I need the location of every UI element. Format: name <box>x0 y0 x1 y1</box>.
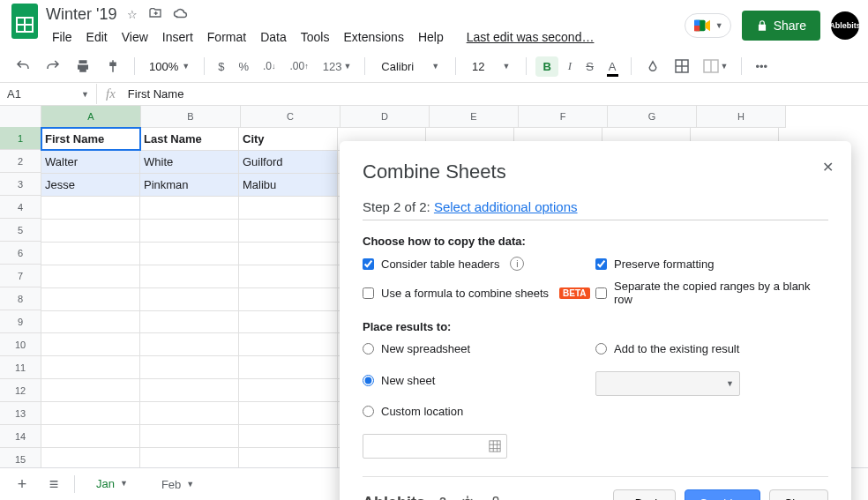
cell[interactable] <box>41 402 140 425</box>
place-custom[interactable]: Custom location <box>363 405 595 418</box>
italic-button[interactable]: I <box>564 56 576 77</box>
col-header-A[interactable]: A <box>41 106 141 128</box>
cell[interactable] <box>140 425 239 448</box>
col-header-F[interactable]: F <box>519 106 608 128</box>
existing-result-dropdown[interactable]: ▼ <box>595 371 740 396</box>
last-edit[interactable]: Last edit was second… <box>460 27 601 47</box>
text-color-button[interactable]: A <box>603 56 622 77</box>
row-header-4[interactable]: 4 <box>0 196 41 219</box>
close-icon[interactable]: ✕ <box>822 159 834 175</box>
bold-button[interactable]: B <box>535 56 557 77</box>
col-header-E[interactable]: E <box>430 106 519 128</box>
account-icon[interactable] <box>489 495 503 500</box>
info-icon[interactable]: i <box>510 257 524 271</box>
merge-button[interactable]: ▼ <box>699 56 733 77</box>
place-new-ss[interactable]: New spreadsheet <box>363 342 595 355</box>
row-header-10[interactable]: 10 <box>0 333 41 356</box>
cell[interactable] <box>41 333 140 356</box>
cell[interactable]: White <box>140 150 239 173</box>
dec-decrease-button[interactable]: .0↓ <box>258 56 281 76</box>
menu-data[interactable]: Data <box>254 27 293 47</box>
cell[interactable] <box>41 242 140 265</box>
row-header-1[interactable]: 1 <box>0 127 41 150</box>
cell[interactable] <box>140 219 239 242</box>
cell[interactable] <box>41 425 140 448</box>
move-icon[interactable] <box>148 6 162 23</box>
cell[interactable] <box>140 242 239 265</box>
place-new-sheet[interactable]: New sheet <box>363 364 595 396</box>
cell[interactable]: First Name <box>41 128 140 151</box>
cell[interactable] <box>239 379 338 402</box>
col-header-H[interactable]: H <box>697 106 786 128</box>
num-format-button[interactable]: 123▼ <box>318 56 356 77</box>
borders-button[interactable] <box>670 56 693 77</box>
cell[interactable] <box>239 219 338 242</box>
redo-button[interactable] <box>41 55 65 78</box>
cell[interactable] <box>239 333 338 356</box>
row-header-13[interactable]: 13 <box>0 402 41 425</box>
row-header-11[interactable]: 11 <box>0 356 41 379</box>
row-header-14[interactable]: 14 <box>0 425 41 448</box>
share-button[interactable]: Share <box>742 11 820 41</box>
add-sheet-button[interactable]: + <box>11 473 34 496</box>
avatar[interactable]: Ablebits <box>831 11 859 40</box>
cell[interactable] <box>140 196 239 219</box>
tab-jan[interactable]: Jan▼ <box>84 472 140 497</box>
currency-button[interactable]: $ <box>213 56 228 77</box>
row-header-6[interactable]: 6 <box>0 242 41 265</box>
tab-feb[interactable]: Feb▼ <box>149 473 206 496</box>
opt-formula[interactable]: Use a formula to combine sheetsBETA <box>363 280 595 306</box>
cell[interactable]: Guilford <box>239 150 338 173</box>
combine-button[interactable]: Combine <box>685 489 760 500</box>
cell[interactable]: Malibu <box>239 173 338 196</box>
cell[interactable] <box>239 425 338 448</box>
cell[interactable] <box>239 356 338 379</box>
cell[interactable] <box>140 287 239 310</box>
menu-edit[interactable]: Edit <box>80 27 114 47</box>
row-header-9[interactable]: 9 <box>0 310 41 333</box>
row-header-12[interactable]: 12 <box>0 379 41 402</box>
cell[interactable] <box>140 402 239 425</box>
row-header-3[interactable]: 3 <box>0 173 41 196</box>
meet-button[interactable]: ▼ <box>685 13 731 38</box>
zoom-selector[interactable]: 100%▼ <box>144 56 195 77</box>
close-button[interactable]: Close <box>769 489 828 500</box>
place-add[interactable]: Add to the existing result <box>595 342 828 355</box>
font-selector[interactable]: Calibri▼ <box>374 57 446 76</box>
cell[interactable] <box>140 356 239 379</box>
cell[interactable] <box>41 196 140 219</box>
menu-help[interactable]: Help <box>412 27 450 47</box>
custom-location-input[interactable] <box>363 434 507 459</box>
col-header-D[interactable]: D <box>340 106 430 128</box>
cell[interactable]: Last Name <box>140 128 239 151</box>
font-size-selector[interactable]: 12▼ <box>465 57 517 76</box>
menu-tools[interactable]: Tools <box>295 27 336 47</box>
cell[interactable] <box>140 310 239 333</box>
cell[interactable]: Jesse <box>41 173 140 196</box>
more-button[interactable]: ••• <box>751 56 772 77</box>
menu-extensions[interactable]: Extensions <box>337 27 409 47</box>
back-button[interactable]: ‹ Back <box>613 489 676 500</box>
row-header-2[interactable]: 2 <box>0 150 41 173</box>
col-header-B[interactable]: B <box>141 106 241 128</box>
fill-color-button[interactable] <box>640 55 665 78</box>
opt-headers[interactable]: Consider table headersi <box>363 257 595 271</box>
undo-button[interactable] <box>11 55 35 78</box>
cell[interactable] <box>239 287 338 310</box>
step-link[interactable]: Select additional options <box>434 199 578 214</box>
cell[interactable] <box>41 219 140 242</box>
cell[interactable]: City <box>239 128 338 151</box>
cell[interactable]: Walter <box>41 150 140 173</box>
bug-icon[interactable] <box>460 495 475 500</box>
cell[interactable] <box>239 265 338 287</box>
menu-file[interactable]: File <box>46 27 79 47</box>
cell[interactable] <box>140 333 239 356</box>
print-button[interactable] <box>71 55 95 78</box>
cell[interactable] <box>239 196 338 219</box>
paint-format-button[interactable] <box>101 55 125 78</box>
doc-title[interactable]: Winter '19 <box>46 5 116 24</box>
all-sheets-button[interactable]: ≡ <box>42 473 65 496</box>
cell[interactable] <box>41 287 140 310</box>
menu-view[interactable]: View <box>116 27 154 47</box>
cell[interactable] <box>41 265 140 287</box>
